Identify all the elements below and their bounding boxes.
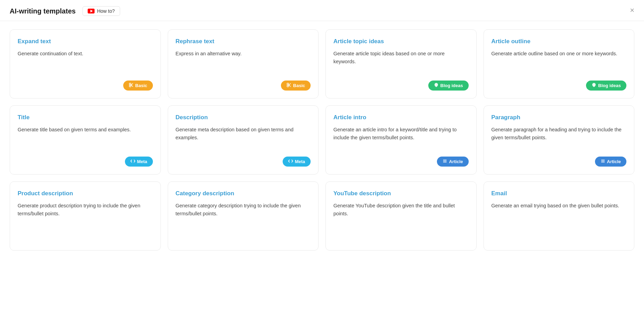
badge-icon-rephrase-text [286, 83, 291, 88]
card-desc-youtube-description: Generate YouTube description given the t… [333, 202, 469, 243]
card-badge-description[interactable]: Meta [283, 157, 311, 167]
how-to-button[interactable]: How to? [82, 6, 120, 16]
card-title-article-intro: Article intro [333, 114, 469, 121]
svg-rect-10 [443, 162, 447, 162]
badge-icon-title [130, 159, 135, 165]
badge-icon-article-outline [592, 83, 596, 88]
how-to-label: How to? [97, 8, 115, 14]
badge-label-paragraph: Article [607, 159, 621, 164]
card-article-topic-ideas[interactable]: Article topic ideasGenerate article topi… [325, 29, 477, 98]
card-desc-paragraph: Generate paragraph for a heading and try… [491, 126, 627, 150]
card-badge-article-outline[interactable]: Blog ideas [586, 81, 626, 91]
cards-grid: Expand textGenerate continuation of text… [0, 21, 644, 259]
card-title-expand-text: Expand text [18, 38, 153, 45]
card-desc-category-description: Generate category description trying to … [176, 202, 311, 243]
card-title-category-description: Category description [176, 190, 311, 197]
card-title-article-topic-ideas: Article topic ideas [333, 38, 469, 45]
card-title-article-outline: Article outline [491, 38, 627, 45]
badge-icon-paragraph [601, 159, 605, 165]
card-desc-expand-text: Generate continuation of text. [18, 50, 153, 74]
badge-label-article-intro: Article [449, 159, 463, 164]
card-title-description: Description [176, 114, 311, 121]
badge-label-article-topic-ideas: Blog ideas [440, 83, 463, 88]
card-badge-rephrase-text[interactable]: Basic [281, 81, 311, 91]
card-badge-article-intro[interactable]: Article [437, 157, 468, 167]
svg-rect-13 [601, 162, 605, 162]
page-title: AI-writing templates [10, 7, 76, 15]
card-title-paragraph: Paragraph [491, 114, 627, 121]
badge-label-description: Meta [295, 159, 305, 164]
svg-rect-11 [601, 160, 605, 160]
card-title-youtube-description: YouTube description [333, 190, 469, 197]
card-desc-title: Generate title based on given terms and … [18, 126, 153, 150]
badge-icon-expand-text [129, 83, 134, 88]
badge-icon-article-intro [442, 159, 447, 165]
header: AI-writing templates How to? × [0, 0, 644, 21]
close-button[interactable]: × [630, 7, 634, 14]
card-article-intro[interactable]: Article introGenerate an article intro f… [325, 105, 477, 175]
svg-rect-12 [601, 161, 605, 161]
card-title[interactable]: TitleGenerate title based on given terms… [10, 105, 161, 175]
card-email[interactable]: EmailGenerate an email trying based on t… [484, 181, 635, 251]
badge-label-title: Meta [137, 159, 147, 164]
card-paragraph[interactable]: ParagraphGenerate paragraph for a headin… [484, 105, 635, 175]
card-desc-article-outline: Generate article outline based on one or… [491, 50, 627, 74]
svg-rect-9 [443, 161, 447, 161]
card-badge-paragraph[interactable]: Article [595, 157, 626, 167]
card-title-rephrase-text: Rephrase text [176, 38, 311, 45]
badge-icon-article-topic-ideas [434, 83, 439, 88]
badge-label-article-outline: Blog ideas [598, 83, 621, 88]
card-desc-rephrase-text: Express in an alternative way. [176, 50, 311, 74]
card-title-title: Title [18, 114, 153, 121]
youtube-icon [88, 9, 95, 13]
card-badge-title[interactable]: Meta [125, 157, 153, 167]
card-category-description[interactable]: Category descriptionGenerate category de… [168, 181, 319, 251]
badge-label-expand-text: Basic [135, 83, 147, 88]
svg-rect-8 [443, 160, 447, 160]
card-desc-description: Generate meta description based on given… [176, 126, 311, 150]
badge-icon-description [288, 159, 293, 165]
card-badge-expand-text[interactable]: Basic [123, 81, 153, 91]
card-description[interactable]: DescriptionGenerate meta description bas… [168, 105, 319, 175]
card-youtube-description[interactable]: YouTube descriptionGenerate YouTube desc… [325, 181, 477, 251]
card-badge-article-topic-ideas[interactable]: Blog ideas [428, 81, 469, 91]
badge-label-rephrase-text: Basic [293, 83, 305, 88]
card-rephrase-text[interactable]: Rephrase textExpress in an alternative w… [168, 29, 319, 98]
card-title-email: Email [491, 190, 627, 197]
card-desc-product-description: Generate product description trying to i… [18, 202, 153, 243]
card-title-product-description: Product description [18, 190, 153, 197]
card-product-description[interactable]: Product descriptionGenerate product desc… [10, 181, 161, 251]
card-desc-article-intro: Generate an article intro for a keyword/… [333, 126, 469, 150]
card-article-outline[interactable]: Article outlineGenerate article outline … [484, 29, 635, 98]
card-desc-article-topic-ideas: Generate article topic ideas based on on… [333, 50, 469, 74]
card-desc-email: Generate an email trying based on the gi… [491, 202, 627, 243]
card-expand-text[interactable]: Expand textGenerate continuation of text… [10, 29, 161, 98]
